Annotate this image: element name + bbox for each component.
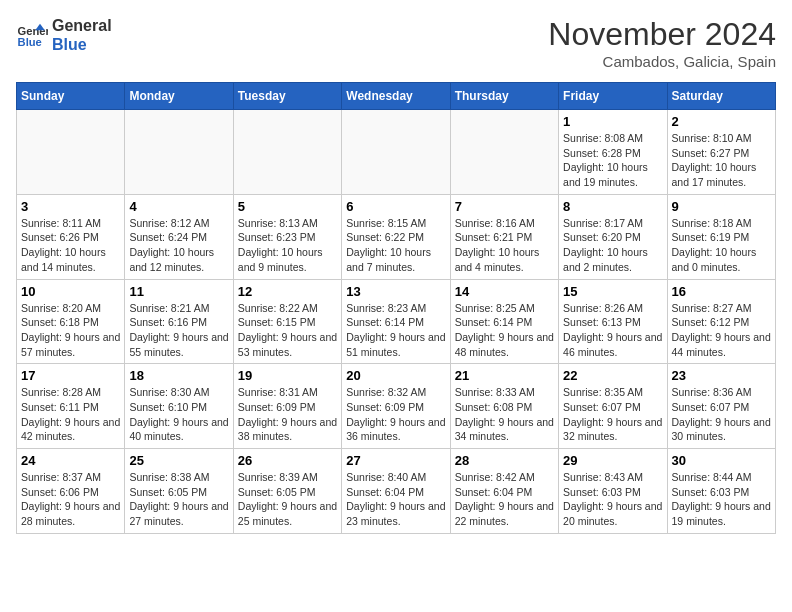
day-number: 6 [346,199,445,214]
title-block: November 2024 Cambados, Galicia, Spain [548,16,776,70]
day-cell [233,110,341,195]
day-number: 20 [346,368,445,383]
day-number: 5 [238,199,337,214]
svg-text:General: General [18,25,48,37]
day-number: 1 [563,114,662,129]
day-cell: 8Sunrise: 8:17 AM Sunset: 6:20 PM Daylig… [559,194,667,279]
day-cell: 22Sunrise: 8:35 AM Sunset: 6:07 PM Dayli… [559,364,667,449]
day-cell: 25Sunrise: 8:38 AM Sunset: 6:05 PM Dayli… [125,449,233,534]
day-cell [450,110,558,195]
day-cell: 3Sunrise: 8:11 AM Sunset: 6:26 PM Daylig… [17,194,125,279]
day-info: Sunrise: 8:36 AM Sunset: 6:07 PM Dayligh… [672,385,771,444]
day-number: 9 [672,199,771,214]
day-info: Sunrise: 8:33 AM Sunset: 6:08 PM Dayligh… [455,385,554,444]
weekday-header-sunday: Sunday [17,83,125,110]
day-number: 11 [129,284,228,299]
day-cell [125,110,233,195]
day-cell: 13Sunrise: 8:23 AM Sunset: 6:14 PM Dayli… [342,279,450,364]
day-cell: 5Sunrise: 8:13 AM Sunset: 6:23 PM Daylig… [233,194,341,279]
day-info: Sunrise: 8:40 AM Sunset: 6:04 PM Dayligh… [346,470,445,529]
day-number: 8 [563,199,662,214]
day-cell: 19Sunrise: 8:31 AM Sunset: 6:09 PM Dayli… [233,364,341,449]
day-cell: 10Sunrise: 8:20 AM Sunset: 6:18 PM Dayli… [17,279,125,364]
day-info: Sunrise: 8:13 AM Sunset: 6:23 PM Dayligh… [238,216,337,275]
day-cell [17,110,125,195]
day-number: 29 [563,453,662,468]
day-info: Sunrise: 8:17 AM Sunset: 6:20 PM Dayligh… [563,216,662,275]
day-info: Sunrise: 8:08 AM Sunset: 6:28 PM Dayligh… [563,131,662,190]
day-number: 15 [563,284,662,299]
logo-icon: General Blue [16,19,48,51]
day-cell: 29Sunrise: 8:43 AM Sunset: 6:03 PM Dayli… [559,449,667,534]
day-info: Sunrise: 8:15 AM Sunset: 6:22 PM Dayligh… [346,216,445,275]
week-row-5: 24Sunrise: 8:37 AM Sunset: 6:06 PM Dayli… [17,449,776,534]
week-row-4: 17Sunrise: 8:28 AM Sunset: 6:11 PM Dayli… [17,364,776,449]
logo: General Blue General Blue [16,16,112,54]
week-row-2: 3Sunrise: 8:11 AM Sunset: 6:26 PM Daylig… [17,194,776,279]
day-cell: 9Sunrise: 8:18 AM Sunset: 6:19 PM Daylig… [667,194,775,279]
day-cell: 1Sunrise: 8:08 AM Sunset: 6:28 PM Daylig… [559,110,667,195]
weekday-header-monday: Monday [125,83,233,110]
day-number: 4 [129,199,228,214]
day-info: Sunrise: 8:42 AM Sunset: 6:04 PM Dayligh… [455,470,554,529]
day-cell: 6Sunrise: 8:15 AM Sunset: 6:22 PM Daylig… [342,194,450,279]
weekday-header-tuesday: Tuesday [233,83,341,110]
day-number: 16 [672,284,771,299]
calendar-table: SundayMondayTuesdayWednesdayThursdayFrid… [16,82,776,534]
day-info: Sunrise: 8:16 AM Sunset: 6:21 PM Dayligh… [455,216,554,275]
day-info: Sunrise: 8:38 AM Sunset: 6:05 PM Dayligh… [129,470,228,529]
day-number: 13 [346,284,445,299]
day-info: Sunrise: 8:26 AM Sunset: 6:13 PM Dayligh… [563,301,662,360]
day-number: 25 [129,453,228,468]
day-cell: 20Sunrise: 8:32 AM Sunset: 6:09 PM Dayli… [342,364,450,449]
day-cell: 14Sunrise: 8:25 AM Sunset: 6:14 PM Dayli… [450,279,558,364]
day-number: 24 [21,453,120,468]
day-info: Sunrise: 8:39 AM Sunset: 6:05 PM Dayligh… [238,470,337,529]
day-info: Sunrise: 8:11 AM Sunset: 6:26 PM Dayligh… [21,216,120,275]
day-cell: 17Sunrise: 8:28 AM Sunset: 6:11 PM Dayli… [17,364,125,449]
day-info: Sunrise: 8:22 AM Sunset: 6:15 PM Dayligh… [238,301,337,360]
weekday-header-saturday: Saturday [667,83,775,110]
day-number: 2 [672,114,771,129]
day-info: Sunrise: 8:21 AM Sunset: 6:16 PM Dayligh… [129,301,228,360]
day-number: 21 [455,368,554,383]
page-header: General Blue General Blue November 2024 … [16,16,776,70]
day-info: Sunrise: 8:10 AM Sunset: 6:27 PM Dayligh… [672,131,771,190]
week-row-3: 10Sunrise: 8:20 AM Sunset: 6:18 PM Dayli… [17,279,776,364]
weekday-header-thursday: Thursday [450,83,558,110]
day-cell: 28Sunrise: 8:42 AM Sunset: 6:04 PM Dayli… [450,449,558,534]
day-cell: 18Sunrise: 8:30 AM Sunset: 6:10 PM Dayli… [125,364,233,449]
day-cell: 11Sunrise: 8:21 AM Sunset: 6:16 PM Dayli… [125,279,233,364]
day-cell: 16Sunrise: 8:27 AM Sunset: 6:12 PM Dayli… [667,279,775,364]
day-cell: 4Sunrise: 8:12 AM Sunset: 6:24 PM Daylig… [125,194,233,279]
day-number: 17 [21,368,120,383]
day-number: 30 [672,453,771,468]
logo-line2: Blue [52,35,112,54]
day-cell: 30Sunrise: 8:44 AM Sunset: 6:03 PM Dayli… [667,449,775,534]
day-cell: 15Sunrise: 8:26 AM Sunset: 6:13 PM Dayli… [559,279,667,364]
day-cell: 7Sunrise: 8:16 AM Sunset: 6:21 PM Daylig… [450,194,558,279]
day-number: 10 [21,284,120,299]
day-info: Sunrise: 8:25 AM Sunset: 6:14 PM Dayligh… [455,301,554,360]
location: Cambados, Galicia, Spain [548,53,776,70]
day-info: Sunrise: 8:18 AM Sunset: 6:19 PM Dayligh… [672,216,771,275]
day-cell: 21Sunrise: 8:33 AM Sunset: 6:08 PM Dayli… [450,364,558,449]
day-number: 22 [563,368,662,383]
week-row-1: 1Sunrise: 8:08 AM Sunset: 6:28 PM Daylig… [17,110,776,195]
day-info: Sunrise: 8:44 AM Sunset: 6:03 PM Dayligh… [672,470,771,529]
day-cell: 12Sunrise: 8:22 AM Sunset: 6:15 PM Dayli… [233,279,341,364]
day-cell [342,110,450,195]
day-info: Sunrise: 8:27 AM Sunset: 6:12 PM Dayligh… [672,301,771,360]
day-number: 12 [238,284,337,299]
weekday-header-wednesday: Wednesday [342,83,450,110]
day-number: 19 [238,368,337,383]
day-info: Sunrise: 8:12 AM Sunset: 6:24 PM Dayligh… [129,216,228,275]
day-info: Sunrise: 8:23 AM Sunset: 6:14 PM Dayligh… [346,301,445,360]
day-info: Sunrise: 8:37 AM Sunset: 6:06 PM Dayligh… [21,470,120,529]
day-number: 14 [455,284,554,299]
day-number: 28 [455,453,554,468]
day-cell: 23Sunrise: 8:36 AM Sunset: 6:07 PM Dayli… [667,364,775,449]
weekday-header-friday: Friday [559,83,667,110]
day-number: 3 [21,199,120,214]
day-info: Sunrise: 8:31 AM Sunset: 6:09 PM Dayligh… [238,385,337,444]
